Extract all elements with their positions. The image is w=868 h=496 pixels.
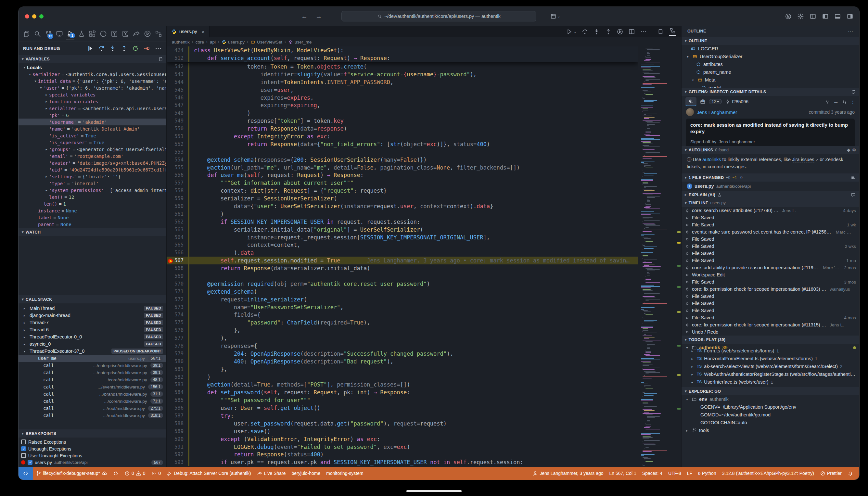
more-actions-icon[interactable]: ···: [848, 28, 853, 34]
run-dropdown-button[interactable]: ⌄: [566, 28, 577, 35]
run-circle-button[interactable]: [617, 28, 623, 35]
activity-item-github[interactable]: [99, 27, 108, 40]
status-item-lifecyclefix-debugger-setup[interactable]: lifecycle/fix-debugger-setup*: [33, 467, 110, 480]
breadcrumb-item[interactable]: users.py: [221, 40, 245, 45]
split-button[interactable]: [628, 28, 635, 35]
code-line-582[interactable]: 582 ): [167, 373, 638, 381]
gear-icon[interactable]: ⚙: [852, 148, 856, 152]
back-icon[interactable]: ←: [833, 98, 839, 105]
timeline-item[interactable]: core: add ability to provide reason for …: [682, 264, 859, 271]
chevron-down-icon[interactable]: ▾: [24, 350, 30, 353]
breadcrumb-item[interactable]: api: [210, 40, 216, 45]
code-line-563[interactable]: 563 serializer.initial_data["original"] …: [167, 226, 638, 234]
code-line-561[interactable]: 561 ): [167, 210, 638, 218]
chevron-right-icon[interactable]: ▸: [44, 148, 49, 151]
call-stack-section-header[interactable]: ▾ CALL STACK: [18, 295, 166, 304]
chevron-right-icon[interactable]: ▸: [24, 335, 30, 339]
code-line-568[interactable]: 568 return Response(data=serializer.init…: [167, 264, 638, 272]
call-stack-frame[interactable]: user_meusers.py567:1: [18, 355, 166, 362]
breakpoint-row[interactable]: Raised Exceptions: [18, 438, 166, 445]
forward-icon[interactable]: →: [315, 13, 322, 20]
variable-row[interactable]: 'pk'=6: [18, 112, 166, 119]
call-stack-thread[interactable]: ▸MainThreadPAUSED: [18, 305, 166, 312]
code-line-571[interactable]: 571 @extend_schema(: [167, 288, 638, 296]
code-line-553[interactable]: 553: [167, 148, 638, 156]
call-stack-frame[interactable]: __call__.../root/middleware.py318:1: [18, 412, 166, 419]
copy-icon[interactable]: [158, 57, 163, 62]
outline-item-UserGroupSerializer[interactable]: ▾UserGroupSerializer: [682, 52, 859, 60]
variable-row[interactable]: ▸'groups'=<generator object UserSelfSeri…: [18, 146, 166, 153]
call-stack-thread[interactable]: ▸Thread-6PAUSED: [18, 326, 166, 333]
chevron-right-icon[interactable]: ▸: [44, 107, 49, 110]
timeline-item[interactable]: File Saved: [682, 300, 859, 307]
minimap[interactable]: [638, 46, 677, 467]
symbols-button[interactable]: [669, 27, 676, 36]
code-line-592[interactable]: 592 return Response(status=400): [167, 451, 638, 459]
breakpoints-section-header[interactable]: ▾ BREAKPOINTS: [18, 430, 166, 437]
activity-item-testing[interactable]: [77, 27, 86, 40]
env-var-row[interactable]: GOTOOLCHAIN=auto: [682, 419, 859, 427]
variable-row[interactable]: 'is_active'=True: [18, 132, 166, 139]
code-line-512[interactable]: 512 def service_account(self, request: R…: [167, 54, 638, 62]
close-window-button[interactable]: [25, 14, 29, 18]
code-line-546[interactable]: 546 expires=expires,: [167, 94, 638, 102]
code-line-547[interactable]: 547 expiring=expiring,: [167, 101, 638, 109]
variable-row[interactable]: ▸special variables: [18, 91, 166, 98]
outline-item-parent_name[interactable]: parent_name: [682, 68, 859, 76]
explorer-go-section-header[interactable]: ▾EXPLORER: GO: [682, 387, 859, 395]
command-center[interactable]: ~/dev/authentik/authentik/core/api/users…: [341, 11, 536, 21]
activity-item-extensions[interactable]: [88, 27, 96, 40]
gitlens-section-header[interactable]: ▾GITLENS: INSPECT: COMMIT DETAILS: [682, 88, 859, 96]
timeline-item[interactable]: core: fix permission check for scoped im…: [682, 321, 859, 328]
env-var-row[interactable]: GOENV=~/Library/Application Support/go/e…: [682, 403, 859, 411]
checkbox[interactable]: [21, 453, 26, 458]
outline-section-header[interactable]: ▾OUTLINE: [682, 37, 859, 45]
activity-item-live-share[interactable]: [132, 27, 140, 40]
code-line-543[interactable]: 543 identifier=slugify(value=f"service-a…: [167, 71, 638, 78]
status-item-lf[interactable]: LF: [684, 467, 695, 480]
timeline-item[interactable]: File Saved4 mos: [682, 314, 859, 321]
chevron-down-icon[interactable]: ▾: [22, 66, 27, 69]
explain-ai-section-header[interactable]: ▸EXPLAIN (AI): [682, 191, 859, 199]
layout-icon[interactable]: [809, 13, 816, 20]
todo-file-row[interactable]: ▸TSForm.ts (web/src/elements/forms)1: [682, 347, 859, 355]
timeline-item[interactable]: Undo / Redo: [682, 328, 859, 336]
chevron-right-icon[interactable]: ▸: [44, 175, 49, 178]
restart-button-icon[interactable]: [132, 45, 139, 52]
call-stack-frame[interactable]: __call__.../enterprise/middleware.py39:1: [18, 369, 166, 376]
activity-item-search[interactable]: [33, 27, 42, 40]
activity-item-test-box-dot[interactable]: [122, 27, 129, 40]
gear-icon[interactable]: [797, 13, 804, 20]
more-button[interactable]: [640, 28, 647, 35]
code-line-586[interactable]: 586 user: User = self.get_object(): [167, 404, 638, 412]
code-line-570[interactable]: 570 @permission_required(obj_perm="authe…: [167, 280, 638, 288]
code-line-573[interactable]: 573 name="UserPasswordSetSerializer",: [167, 304, 638, 311]
activity-item-test-box[interactable]: [110, 27, 119, 40]
code-line-574[interactable]: 574 fields={: [167, 311, 638, 319]
variable-row[interactable]: 'type'='internal': [18, 180, 166, 187]
chevron-right-icon[interactable]: ▸: [24, 342, 30, 346]
code-line-584[interactable]: 584 def set_password(self, request: Requ…: [167, 388, 638, 396]
call-stack-thread[interactable]: ▸asyncio_0PAUSED: [18, 340, 166, 347]
call-stack-frame[interactable]: __call__.../brands/middleware.py31:1: [18, 390, 166, 398]
outline-item-model[interactable]: model: [682, 84, 859, 88]
disconnect-button-icon[interactable]: [143, 45, 151, 52]
chevron-right-icon[interactable]: ▸: [24, 321, 30, 325]
status-item-monitoring-system[interactable]: monitoring-system: [323, 467, 366, 480]
commit-sha[interactable]: f285096: [725, 99, 748, 104]
code-line-588[interactable]: 588 user.set_password(request.data.get("…: [167, 420, 638, 428]
chevron-right-icon[interactable]: ▸: [44, 93, 49, 96]
code-line-590[interactable]: 590 except (ValidationError, IntegrityEr…: [167, 435, 638, 443]
checkbox[interactable]: [21, 446, 26, 451]
activity-item-run-and-debug[interactable]: 1: [66, 27, 74, 40]
timeline-item[interactable]: core: fix permission check for scoped im…: [682, 285, 859, 293]
comment-icon[interactable]: [851, 192, 856, 198]
variable-row[interactable]: ▾serializer=<authentik.core.api.users.Se…: [18, 71, 166, 78]
call-stack-thread[interactable]: ▸ThreadPoolExecutor-0_0PAUSED: [18, 333, 166, 340]
call-stack-frame[interactable]: __call__.../root/middleware.py275:1: [18, 405, 166, 412]
code-column[interactable]: 542 token: Token = Token.objects.create(…: [167, 46, 638, 467]
timeline-item[interactable]: File Saved1 wk: [682, 221, 859, 228]
timeline-item[interactable]: core: search users' attributes (#12740) …: [682, 207, 859, 214]
breadcrumb-item[interactable]: authentik: [172, 40, 190, 45]
breakpoint-row[interactable]: User Uncaught Exceptions: [18, 452, 166, 459]
